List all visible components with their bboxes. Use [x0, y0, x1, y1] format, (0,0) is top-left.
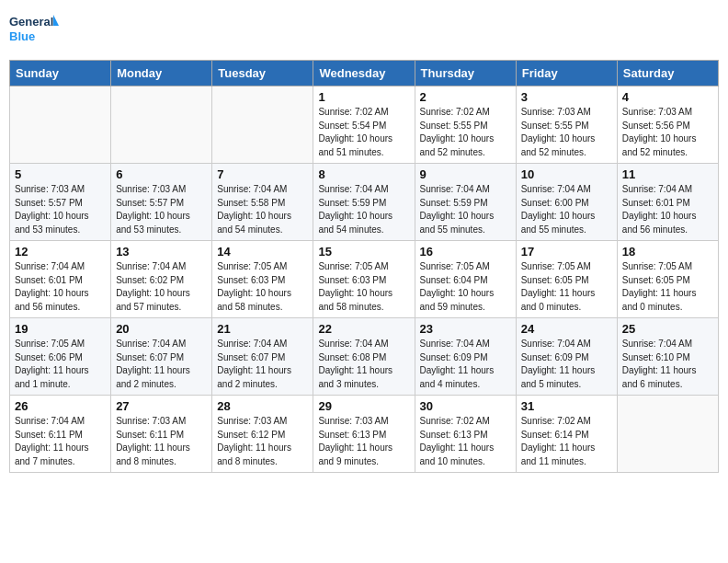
- calendar-cell: 11Sunrise: 7:04 AMSunset: 6:01 PMDayligh…: [617, 164, 718, 241]
- day-info: Sunrise: 7:03 AMSunset: 5:55 PMDaylight:…: [521, 106, 612, 159]
- day-number: 1: [318, 90, 409, 104]
- day-info: Sunrise: 7:05 AMSunset: 6:05 PMDaylight:…: [622, 260, 713, 314]
- calendar-cell: 8Sunrise: 7:04 AMSunset: 5:59 PMDaylight…: [313, 164, 415, 241]
- day-info: Sunrise: 7:03 AMSunset: 6:11 PMDaylight:…: [116, 415, 207, 468]
- day-info: Sunrise: 7:04 AMSunset: 6:01 PMDaylight:…: [15, 260, 106, 314]
- day-info: Sunrise: 7:04 AMSunset: 6:07 PMDaylight:…: [217, 338, 308, 391]
- weekday-header-row: SundayMondayTuesdayWednesdayThursdayFrid…: [10, 61, 719, 86]
- day-number: 2: [420, 90, 511, 104]
- day-info: Sunrise: 7:04 AMSunset: 6:01 PMDaylight:…: [622, 183, 713, 236]
- day-number: 31: [521, 399, 612, 413]
- day-number: 15: [318, 245, 409, 259]
- day-number: 23: [420, 322, 511, 336]
- day-number: 13: [116, 245, 207, 259]
- day-info: Sunrise: 7:02 AMSunset: 5:54 PMDaylight:…: [318, 106, 409, 159]
- day-number: 20: [116, 322, 207, 336]
- calendar-cell: 6Sunrise: 7:03 AMSunset: 5:57 PMDaylight…: [111, 164, 212, 241]
- svg-text:General: General: [9, 15, 53, 29]
- calendar-cell: 19Sunrise: 7:05 AMSunset: 6:06 PMDayligh…: [10, 318, 111, 396]
- calendar-week-row: 12Sunrise: 7:04 AMSunset: 6:01 PMDayligh…: [10, 241, 719, 318]
- day-number: 21: [217, 322, 308, 336]
- day-number: 29: [318, 399, 409, 413]
- calendar-cell: 3Sunrise: 7:03 AMSunset: 5:55 PMDaylight…: [516, 86, 617, 164]
- calendar-cell: 20Sunrise: 7:04 AMSunset: 6:07 PMDayligh…: [111, 318, 212, 396]
- day-info: Sunrise: 7:04 AMSunset: 6:09 PMDaylight:…: [521, 338, 612, 391]
- day-number: 3: [521, 90, 612, 104]
- day-number: 28: [217, 399, 308, 413]
- day-number: 18: [622, 245, 713, 259]
- day-info: Sunrise: 7:03 AMSunset: 5:56 PMDaylight:…: [622, 106, 713, 159]
- day-info: Sunrise: 7:05 AMSunset: 6:06 PMDaylight:…: [15, 338, 106, 391]
- calendar-cell: 2Sunrise: 7:02 AMSunset: 5:55 PMDaylight…: [415, 86, 516, 164]
- day-number: 9: [420, 167, 511, 181]
- logo-svg: General Blue: [9, 9, 60, 51]
- day-number: 7: [217, 167, 308, 181]
- day-number: 4: [622, 90, 713, 104]
- day-info: Sunrise: 7:03 AMSunset: 5:57 PMDaylight:…: [116, 183, 207, 236]
- weekday-header: Wednesday: [313, 61, 415, 86]
- calendar-cell: 12Sunrise: 7:04 AMSunset: 6:01 PMDayligh…: [10, 241, 111, 318]
- calendar-week-row: 26Sunrise: 7:04 AMSunset: 6:11 PMDayligh…: [10, 396, 719, 473]
- calendar-cell: 13Sunrise: 7:04 AMSunset: 6:02 PMDayligh…: [111, 241, 212, 318]
- day-info: Sunrise: 7:05 AMSunset: 6:05 PMDaylight:…: [521, 260, 612, 314]
- calendar-cell: 7Sunrise: 7:04 AMSunset: 5:58 PMDaylight…: [212, 164, 313, 241]
- day-number: 6: [116, 167, 207, 181]
- day-number: 26: [15, 399, 106, 413]
- calendar-cell: 1Sunrise: 7:02 AMSunset: 5:54 PMDaylight…: [313, 86, 415, 164]
- logo: General Blue: [9, 9, 60, 51]
- calendar-cell: [212, 86, 313, 164]
- day-info: Sunrise: 7:04 AMSunset: 6:10 PMDaylight:…: [622, 338, 713, 391]
- day-number: 16: [420, 245, 511, 259]
- calendar-cell: 14Sunrise: 7:05 AMSunset: 6:03 PMDayligh…: [212, 241, 313, 318]
- calendar-cell: 29Sunrise: 7:03 AMSunset: 6:13 PMDayligh…: [313, 396, 415, 473]
- weekday-header: Saturday: [617, 61, 718, 86]
- calendar-cell: 9Sunrise: 7:04 AMSunset: 5:59 PMDaylight…: [415, 164, 516, 241]
- weekday-header: Tuesday: [212, 61, 313, 86]
- day-number: 12: [15, 245, 106, 259]
- day-info: Sunrise: 7:04 AMSunset: 5:59 PMDaylight:…: [318, 183, 409, 236]
- calendar-cell: 24Sunrise: 7:04 AMSunset: 6:09 PMDayligh…: [516, 318, 617, 396]
- page-header: General Blue: [9, 9, 719, 51]
- calendar-week-row: 1Sunrise: 7:02 AMSunset: 5:54 PMDaylight…: [10, 86, 719, 164]
- day-number: 14: [217, 245, 308, 259]
- day-info: Sunrise: 7:03 AMSunset: 5:57 PMDaylight:…: [15, 183, 106, 236]
- calendar-week-row: 19Sunrise: 7:05 AMSunset: 6:06 PMDayligh…: [10, 318, 719, 396]
- weekday-header: Thursday: [415, 61, 516, 86]
- calendar-cell: [10, 86, 111, 164]
- day-info: Sunrise: 7:04 AMSunset: 6:07 PMDaylight:…: [116, 338, 207, 391]
- day-info: Sunrise: 7:04 AMSunset: 5:59 PMDaylight:…: [420, 183, 511, 236]
- day-info: Sunrise: 7:02 AMSunset: 6:13 PMDaylight:…: [420, 415, 511, 468]
- day-number: 24: [521, 322, 612, 336]
- day-number: 11: [622, 167, 713, 181]
- weekday-header: Sunday: [10, 61, 111, 86]
- day-info: Sunrise: 7:04 AMSunset: 6:08 PMDaylight:…: [318, 338, 409, 391]
- calendar-cell: 22Sunrise: 7:04 AMSunset: 6:08 PMDayligh…: [313, 318, 415, 396]
- day-number: 8: [318, 167, 409, 181]
- svg-text:Blue: Blue: [9, 29, 35, 43]
- day-number: 17: [521, 245, 612, 259]
- calendar-week-row: 5Sunrise: 7:03 AMSunset: 5:57 PMDaylight…: [10, 164, 719, 241]
- day-info: Sunrise: 7:04 AMSunset: 6:11 PMDaylight:…: [15, 415, 106, 468]
- calendar-cell: 18Sunrise: 7:05 AMSunset: 6:05 PMDayligh…: [617, 241, 718, 318]
- calendar-cell: 31Sunrise: 7:02 AMSunset: 6:14 PMDayligh…: [516, 396, 617, 473]
- weekday-header: Monday: [111, 61, 212, 86]
- calendar-cell: 4Sunrise: 7:03 AMSunset: 5:56 PMDaylight…: [617, 86, 718, 164]
- calendar-table: SundayMondayTuesdayWednesdayThursdayFrid…: [9, 60, 719, 473]
- calendar-cell: [111, 86, 212, 164]
- calendar-cell: 5Sunrise: 7:03 AMSunset: 5:57 PMDaylight…: [10, 164, 111, 241]
- day-info: Sunrise: 7:04 AMSunset: 5:58 PMDaylight:…: [217, 183, 308, 236]
- day-info: Sunrise: 7:03 AMSunset: 6:13 PMDaylight:…: [318, 415, 409, 468]
- calendar-cell: [617, 396, 718, 473]
- day-number: 5: [15, 167, 106, 181]
- day-info: Sunrise: 7:05 AMSunset: 6:03 PMDaylight:…: [318, 260, 409, 314]
- day-info: Sunrise: 7:04 AMSunset: 6:00 PMDaylight:…: [521, 183, 612, 236]
- svg-marker-2: [53, 15, 59, 26]
- day-number: 22: [318, 322, 409, 336]
- day-info: Sunrise: 7:02 AMSunset: 6:14 PMDaylight:…: [521, 415, 612, 468]
- calendar-cell: 21Sunrise: 7:04 AMSunset: 6:07 PMDayligh…: [212, 318, 313, 396]
- calendar-cell: 23Sunrise: 7:04 AMSunset: 6:09 PMDayligh…: [415, 318, 516, 396]
- calendar-cell: 16Sunrise: 7:05 AMSunset: 6:04 PMDayligh…: [415, 241, 516, 318]
- calendar-cell: 27Sunrise: 7:03 AMSunset: 6:11 PMDayligh…: [111, 396, 212, 473]
- calendar-cell: 26Sunrise: 7:04 AMSunset: 6:11 PMDayligh…: [10, 396, 111, 473]
- day-info: Sunrise: 7:03 AMSunset: 6:12 PMDaylight:…: [217, 415, 308, 468]
